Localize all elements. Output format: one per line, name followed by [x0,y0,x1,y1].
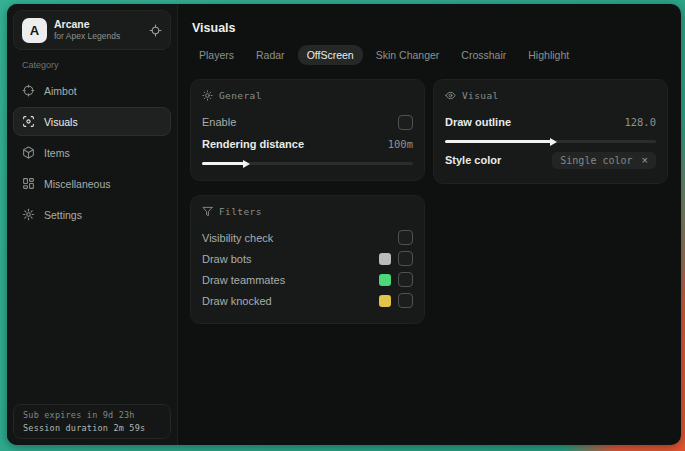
tab-bar: Players Radar OffScreen Skin Changer Cro… [190,45,668,65]
target-icon[interactable] [149,24,162,37]
draw-knocked-row: Draw knocked [202,290,413,311]
draw-outline-row: Draw outline 128.0 [445,111,656,133]
sidebar-item-label: Items [44,147,70,159]
draw-bots-checkbox[interactable] [398,251,413,266]
draw-knocked-label: Draw knocked [202,295,272,307]
visual-card-header: Visual [445,90,656,101]
draw-bots-row: Draw bots [202,248,413,269]
row-controls [379,293,413,308]
sidebar-item-settings[interactable]: Settings [13,200,171,229]
enable-checkbox[interactable] [398,115,413,130]
style-color-row: Style color Single color × [445,149,656,171]
general-card-header: General [202,90,413,101]
main-panel: Visuals Players Radar OffScreen Skin Cha… [178,4,681,445]
sidebar-item-visuals[interactable]: Visuals [13,107,171,136]
draw-teammates-color-swatch[interactable] [379,274,391,286]
general-card: General Enable Rendering distance 100m [190,79,425,181]
tab-players[interactable]: Players [190,45,243,65]
tab-skin-changer[interactable]: Skin Changer [367,45,449,65]
row-controls [379,251,413,266]
sidebar-spacer [13,231,171,404]
app-title: Arcane [54,18,120,31]
session-info-card: Sub expires in 9d 23h Session duration 2… [13,404,171,439]
enable-row: Enable [202,111,413,133]
visibility-check-checkbox[interactable] [398,230,413,245]
visibility-check-row: Visibility check [202,227,413,248]
rendering-distance-row: Rendering distance 100m [202,133,413,155]
rendering-distance-label: Rendering distance [202,138,304,150]
sidebar-item-aimbot[interactable]: Aimbot [13,76,171,105]
row-controls [379,272,413,287]
style-color-selected-value: Single color [560,155,632,166]
app-subtitle: for Apex Legends [54,31,120,42]
crosshair-icon [22,84,35,97]
draw-teammates-row: Draw teammates [202,269,413,290]
visibility-check-label: Visibility check [202,232,273,244]
visual-card: Visual Draw outline 128.0 Style color [433,79,668,184]
filters-card-title: Filters [219,206,262,217]
app-window: A Arcane for Apex Legends Category Aimbo… [7,4,681,445]
draw-bots-color-swatch[interactable] [379,253,391,265]
rendering-distance-value: 100m [388,138,413,150]
session-duration-text: Session duration 2m 59s [23,423,161,433]
enable-label: Enable [202,116,236,128]
page-title: Visuals [192,21,668,35]
draw-bots-label: Draw bots [202,253,252,265]
desktop-background: A Arcane for Apex Legends Category Aimbo… [0,0,685,451]
filters-card-header: Filters [202,206,413,217]
app-logo: A [22,18,47,43]
funnel-icon [202,206,213,217]
sun-icon [202,90,213,101]
visual-card-title: Visual [462,90,499,101]
draw-teammates-label: Draw teammates [202,274,285,286]
gear-icon [22,208,35,221]
draw-outline-slider[interactable] [445,140,656,143]
draw-knocked-checkbox[interactable] [398,293,413,308]
filters-card: Filters Visibility check Draw bots [190,195,425,324]
sidebar-item-label: Miscellaneous [44,178,111,190]
sidebar: A Arcane for Apex Legends Category Aimbo… [7,4,178,445]
sidebar-category-label: Category [22,60,171,70]
draw-outline-value: 128.0 [624,116,656,128]
scan-eye-icon [22,115,35,128]
style-color-select[interactable]: Single color × [552,152,656,169]
tab-crosshair[interactable]: Crosshair [452,45,515,65]
sidebar-item-label: Visuals [44,116,78,128]
sidebar-item-miscellaneous[interactable]: Miscellaneous [13,169,171,198]
row-controls [398,230,413,245]
eye-icon [445,90,456,101]
slider-fill [445,140,551,143]
draw-outline-label: Draw outline [445,116,511,128]
tab-radar[interactable]: Radar [247,45,294,65]
package-icon [22,146,35,159]
cards-grid: General Enable Rendering distance 100m [190,79,668,324]
clear-icon[interactable]: × [642,155,648,166]
tab-offscreen[interactable]: OffScreen [298,45,363,65]
draw-teammates-checkbox[interactable] [398,272,413,287]
slider-thumb[interactable] [243,160,250,168]
general-card-title: General [219,90,262,101]
slider-thumb[interactable] [550,138,557,146]
sidebar-item-label: Aimbot [44,85,77,97]
app-header-card: A Arcane for Apex Legends [13,10,171,50]
sub-expires-text: Sub expires in 9d 23h [23,410,161,420]
layout-grid-icon [22,177,35,190]
sidebar-item-label: Settings [44,209,82,221]
app-logo-letter: A [30,23,39,38]
app-titles: Arcane for Apex Legends [54,18,120,42]
draw-knocked-color-swatch[interactable] [379,295,391,307]
slider-fill [202,162,244,165]
style-color-label: Style color [445,154,501,166]
sidebar-item-items[interactable]: Items [13,138,171,167]
tab-highlight[interactable]: Highlight [519,45,578,65]
rendering-distance-slider[interactable] [202,162,413,165]
